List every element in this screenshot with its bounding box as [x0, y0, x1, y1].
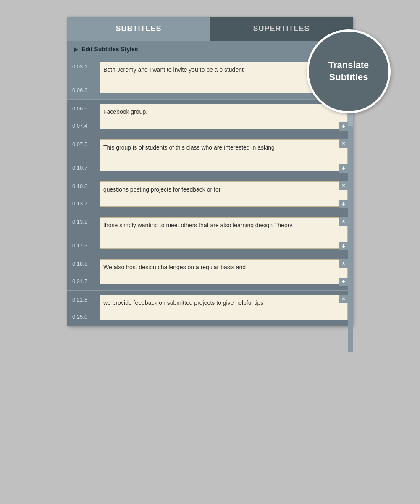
- time-start: 0:07.5: [72, 141, 95, 147]
- text-column: × +: [100, 104, 348, 131]
- add-subtitle-button[interactable]: +: [339, 278, 348, 286]
- time-column: 0:18.8 0:21.7: [72, 259, 95, 286]
- time-start: 0:03.1: [72, 63, 95, 70]
- time-column: 0:13.8 0:17.3: [72, 217, 95, 250]
- subtitle-row: 0:21.8 0:25.0 ×: [67, 291, 353, 326]
- add-subtitle-button[interactable]: +: [339, 122, 348, 131]
- time-end: 0:17.3: [72, 242, 95, 249]
- add-subtitle-button[interactable]: +: [339, 242, 348, 250]
- delete-subtitle-button[interactable]: ×: [339, 139, 348, 148]
- subtitle-panel: SUBTITLES SUPERTITLES ▶ Edit Subtitles S…: [67, 17, 353, 326]
- time-end: 0:07.4: [72, 123, 95, 129]
- time-end: 0:25.0: [72, 314, 95, 320]
- expand-arrow-icon: ▶: [74, 46, 78, 52]
- time-end: 0:06.3: [72, 87, 95, 93]
- time-column: 0:21.8 0:25.0: [72, 295, 95, 322]
- delete-subtitle-button[interactable]: ×: [339, 217, 348, 226]
- time-end: 0:10.7: [72, 165, 95, 171]
- time-column: 0:10.8 0:13.7: [72, 181, 95, 208]
- subtitle-text-input[interactable]: [100, 295, 348, 320]
- delete-subtitle-button[interactable]: ×: [339, 295, 348, 303]
- time-end: 0:21.7: [72, 278, 95, 284]
- time-column: 0:06.5 0:07.4: [72, 104, 95, 131]
- subtitle-text-input[interactable]: [100, 104, 348, 129]
- subtitle-row: 0:18.8 0:21.7 × +: [67, 255, 353, 291]
- translate-badge-text: Translate Subtitles: [309, 55, 388, 87]
- time-end: 0:13.7: [72, 200, 95, 207]
- text-column: × +: [100, 259, 348, 286]
- time-start: 0:13.8: [72, 219, 95, 225]
- tab-subtitles[interactable]: SUBTITLES: [67, 17, 210, 41]
- subtitle-text-input[interactable]: [100, 217, 348, 249]
- subtitle-list: 0:03.1 0:06.3 0:06.5 0:07.4 × + 0:07.5: [67, 58, 353, 326]
- subtitle-text-input[interactable]: [100, 139, 348, 171]
- edit-styles-label: Edit Subtitles Styles: [81, 46, 138, 52]
- time-start: 0:10.8: [72, 183, 95, 189]
- tab-bar: SUBTITLES SUPERTITLES: [67, 17, 353, 41]
- time-start: 0:18.8: [72, 261, 95, 267]
- time-start: 0:06.5: [72, 105, 95, 112]
- text-column: × +: [100, 139, 348, 173]
- time-column: 0:03.1 0:06.3: [72, 62, 95, 95]
- delete-subtitle-button[interactable]: ×: [339, 181, 348, 190]
- subtitle-text-input[interactable]: [100, 181, 348, 207]
- text-column: × +: [100, 217, 348, 250]
- text-column: × +: [100, 181, 348, 208]
- subtitle-row: 0:10.8 0:13.7 × +: [67, 177, 353, 213]
- add-subtitle-button[interactable]: +: [339, 164, 348, 173]
- subtitle-text-input[interactable]: [100, 259, 348, 284]
- subtitle-row: 0:07.5 0:10.7 × +: [67, 135, 353, 177]
- text-column: ×: [100, 295, 348, 322]
- subtitle-row: 0:06.5 0:07.4 × +: [67, 100, 353, 135]
- translate-badge[interactable]: Translate Subtitles: [307, 29, 391, 113]
- time-column: 0:07.5 0:10.7: [72, 139, 95, 173]
- add-subtitle-button[interactable]: +: [339, 200, 348, 208]
- delete-subtitle-button[interactable]: ×: [339, 259, 348, 268]
- time-start: 0:21.8: [72, 297, 95, 303]
- subtitle-row: 0:13.8 0:17.3 × +: [67, 213, 353, 255]
